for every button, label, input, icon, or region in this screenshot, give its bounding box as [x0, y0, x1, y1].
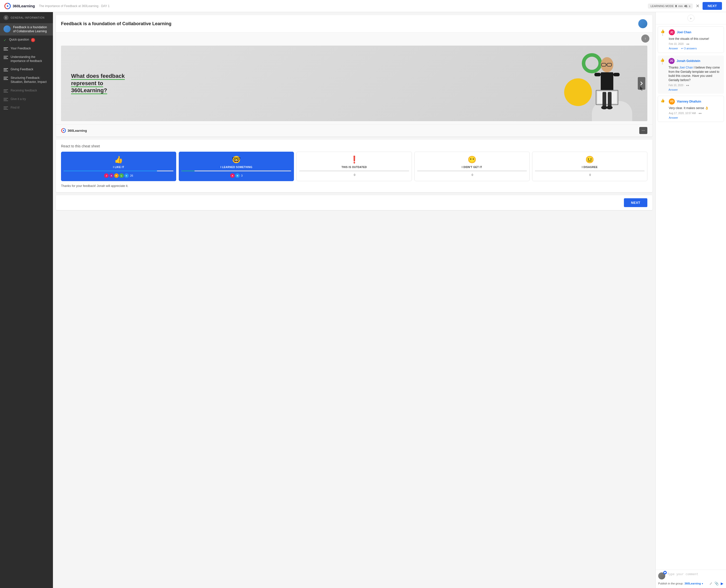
reaction-card-didnt-get[interactable]: 😶 I DIDN'T GET IT 0 — [415, 152, 530, 181]
nested-comment-content: JG Jonah Goldstein Thanks Joei Chan I be… — [668, 58, 722, 91]
attach-button[interactable]: 📎 — [714, 582, 719, 586]
slide-section: Feedback is a foundation of Collaborativ… — [56, 15, 652, 136]
chat-icon — [664, 572, 666, 574]
check-icon: ✓ — [3, 38, 6, 42]
cursor-icon — [639, 86, 644, 92]
comment-body: love the visuals of this course! — [669, 37, 721, 41]
sidebar-item-your-feedback[interactable]: Your Feedback — [0, 44, 53, 53]
send-button[interactable]: ▶ — [721, 582, 724, 586]
slide-footer: 360Learning ··· — [56, 124, 652, 136]
comment-input-row — [658, 572, 724, 580]
comment-author: Vianney Dhalluin — [677, 100, 701, 103]
reaction-count-disagree: 0 — [589, 173, 591, 176]
slide-visual: What does feedback represent to 360Learn… — [61, 46, 647, 121]
comment-row: 👍 1 JG Jonah Goldstein Thanks Joei Chan … — [660, 58, 722, 91]
reaction-count-like: 26 — [130, 174, 133, 177]
sidebar-item-label: Your Feedback — [11, 47, 31, 51]
like-button[interactable]: 👍 — [661, 29, 665, 33]
sidebar-item-collaborative-learning[interactable]: Feedback is a foundation of Collaborativ… — [0, 23, 53, 36]
next-button-top[interactable]: NEXT — [703, 2, 722, 10]
scroll-up-button[interactable]: ↑ — [641, 35, 649, 43]
like-button[interactable]: 👍 — [660, 58, 665, 62]
slide-next-arrow[interactable] — [638, 77, 645, 90]
like-count: 1 — [662, 33, 664, 36]
comment-input[interactable] — [667, 572, 724, 580]
slide-title: Feedback is a foundation of Collaborativ… — [61, 21, 172, 26]
comment-actions: Answer — [668, 88, 722, 91]
course-title: The importance of Feedback at 360Learnin… — [38, 4, 645, 8]
comment-avatar: VD — [669, 99, 675, 105]
footer-logo-icon — [61, 128, 66, 133]
sidebar-item-label: Structuring Feedback: Situation, Behavio… — [11, 76, 49, 84]
svg-rect-11 — [598, 92, 617, 103]
sidebar-item-find-it: Find it! — [0, 104, 53, 112]
comment-meta: Feb 10, 2020 · ●● — [668, 84, 722, 87]
dots-icon: ●● — [686, 84, 689, 87]
mini-avatar: L — [119, 173, 124, 178]
list-icon — [3, 56, 8, 59]
nested-comment: 👍 1 JG Jonah Goldstein Thanks Joei Chan … — [658, 56, 724, 94]
sidebar-item-label: Give it a try — [11, 97, 26, 101]
sidebar-item-label: Feedback is a foundation of Collaborativ… — [13, 25, 49, 33]
reaction-avatars-like: J A K L E 26 — [104, 173, 133, 178]
svg-rect-12 — [603, 92, 606, 107]
reaction-bar-fill-like — [64, 171, 157, 171]
comment-body: Very clear. It makes sense 👌 — [669, 106, 721, 110]
svg-rect-8 — [613, 73, 620, 76]
reaction-bar-didnt-get — [417, 171, 527, 171]
answer-button[interactable]: Answer — [668, 88, 678, 91]
logo: 360Learning — [4, 2, 35, 9]
sidebar-item-label: Find it! — [11, 106, 20, 110]
slide-logo: 360Learning — [61, 128, 87, 133]
sidebar-item-structuring[interactable]: Structuring Feedback: Situation, Behavio… — [0, 74, 53, 86]
next-button-bottom[interactable]: NEXT — [624, 198, 647, 207]
answer-button[interactable]: Answer — [669, 47, 678, 50]
reaction-card-learned[interactable]: 🤓 I LEARNED SOMETHING A B 3 — [179, 152, 294, 181]
comment-meta: Aug 17, 2020, 10:57 AM · ●● — [669, 112, 721, 114]
comment-input-avatar-wrapper — [658, 572, 665, 580]
input-tools: ⤢ 📎 ▶ — [709, 582, 724, 586]
comment-input-area: Publish in the group: 360Learning ▾ ⤢ 📎 … — [656, 570, 726, 588]
comment-meta: Feb 10, 2020 · ●● — [669, 43, 721, 45]
topbar-right: LEARNING MODE 8 min 41 s ✕ NEXT — [648, 2, 722, 10]
list-icon — [3, 68, 8, 71]
reaction-card-disagree[interactable]: 😐 I DISAGREE 0 — [532, 152, 647, 181]
svg-rect-6 — [601, 72, 613, 92]
more-options-button[interactable]: ··· — [639, 127, 647, 134]
reaction-card-like[interactable]: 👍 I LIKE IT J A K L E 26 — [61, 152, 176, 181]
chevron-right-button[interactable]: › — [687, 15, 694, 22]
list-icon — [3, 98, 8, 101]
comment-header: VD Vianney Dhalluin — [669, 99, 721, 105]
reaction-count-learned: 3 — [241, 174, 242, 177]
svg-rect-13 — [608, 92, 611, 107]
mini-avatar: E — [124, 173, 129, 178]
list-icon — [3, 77, 8, 80]
reaction-emoji-outdated: ❗ — [350, 155, 359, 164]
svg-rect-18 — [664, 572, 666, 573]
answer-button[interactable]: Answer — [669, 116, 678, 119]
sidebar-item-label: Quick question 1 — [9, 38, 35, 42]
svg-point-17 — [63, 130, 64, 131]
like-button[interactable]: 👍 — [661, 99, 665, 103]
comment-author: Jonah Goldstein — [677, 59, 700, 63]
publish-group[interactable]: 360Learning — [684, 582, 701, 585]
reaction-label-disagree: I DISAGREE — [582, 166, 598, 169]
comment-author: Joei Chan — [677, 30, 691, 34]
logo-icon — [4, 2, 11, 9]
close-button[interactable]: ✕ — [696, 3, 700, 9]
svg-point-15 — [606, 106, 612, 109]
reaction-emoji-disagree: 😐 — [585, 155, 594, 164]
comment-content: JC Joei Chan love the visuals of this co… — [669, 29, 721, 50]
like-area: 👍 1 — [660, 58, 665, 91]
svg-rect-7 — [594, 73, 601, 76]
reaction-card-outdated[interactable]: ❗ THIS IS OUTDATED 0 — [297, 152, 412, 181]
reaction-avatars-learned: A B 3 — [230, 173, 242, 178]
sidebar-item-understanding[interactable]: Understanding the importance of feedback — [0, 53, 53, 65]
publish-group-selector: Publish in the group: 360Learning ▾ — [658, 582, 703, 585]
sidebar-item-giving-feedback[interactable]: Giving Feedback — [0, 65, 53, 74]
slide-header: Feedback is a foundation of Collaborativ… — [56, 15, 652, 33]
sidebar-item-quick-question[interactable]: ✓ Quick question 1 — [0, 36, 53, 44]
expand-button[interactable]: ⤢ — [709, 582, 712, 586]
comment-avatar: JG — [668, 58, 674, 64]
answers-link[interactable]: ↩ 3 answers — [681, 47, 697, 50]
